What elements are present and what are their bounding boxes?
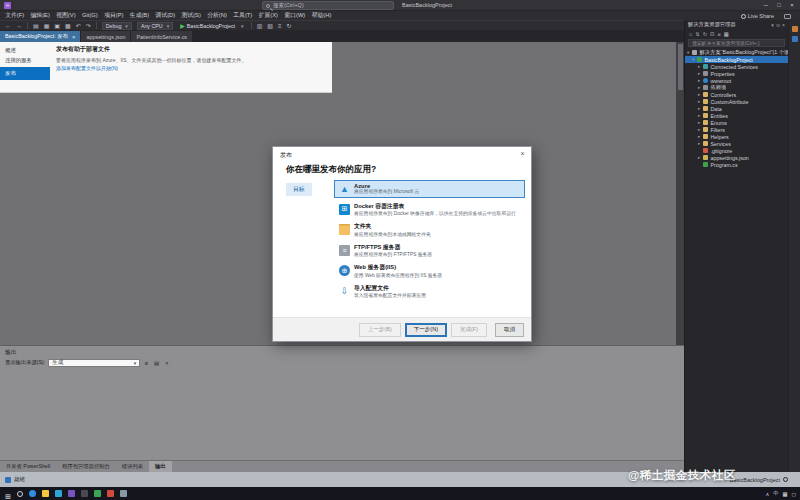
taskbar-app-explorer-icon[interactable] xyxy=(42,490,49,497)
taskbar-app-icon[interactable] xyxy=(120,490,127,497)
publish-target-azure[interactable]: Azure将应用程序发布到 Microsoft 云 xyxy=(334,180,525,198)
extension-icon[interactable] xyxy=(792,36,798,42)
new-file-icon[interactable] xyxy=(31,21,41,31)
tab-error-list[interactable]: 错误列表 xyxy=(116,461,149,472)
tree-item-connected-services[interactable]: Connected Services xyxy=(685,63,788,70)
menu-item-debug[interactable]: 调试(D) xyxy=(152,11,178,20)
taskbar-app-icon[interactable] xyxy=(55,490,62,497)
menu-item-test[interactable]: 测试(S) xyxy=(178,11,204,20)
menu-item-tools[interactable]: 工具(T) xyxy=(230,11,255,20)
save-icon[interactable] xyxy=(52,21,62,31)
back-button[interactable]: 上一步(B) xyxy=(359,323,401,337)
output-source-dropdown[interactable]: 生成 xyxy=(48,359,140,367)
nav-overview[interactable]: 概述 xyxy=(0,45,50,55)
publish-target-folder[interactable]: 文件夹将应用程序发布到本地或网络文件夹 xyxy=(334,220,525,239)
next-button[interactable]: 下一步(N) xyxy=(405,323,447,337)
tree-item-filters[interactable]: Filters xyxy=(685,126,788,133)
save-all-icon[interactable] xyxy=(63,21,73,31)
tree-item-solution[interactable]: 解决方案“BasicBacklogProject”(1 个项目) xyxy=(685,49,788,56)
menu-item-file[interactable]: 文件(F) xyxy=(2,11,27,20)
menu-item-build[interactable]: 生成(B) xyxy=(127,11,153,20)
nav-publish[interactable]: 发布 xyxy=(0,67,50,80)
menu-item-edit[interactable]: 编辑(E) xyxy=(27,11,53,20)
tab-publish[interactable]: BasicBacklogProject: 发布 xyxy=(0,31,80,42)
menu-item-window[interactable]: 窗口(W) xyxy=(281,11,308,20)
tree-item-helpers[interactable]: Helpers xyxy=(685,133,788,140)
tab-appsettings[interactable]: appsettings.json xyxy=(81,31,130,42)
quick-search-box[interactable]: 搜索(Ctrl+Q) xyxy=(262,1,394,10)
tab-developer-powershell[interactable]: 开发者 PowerShell xyxy=(0,461,56,472)
tray-volume-icon[interactable]: ◻ xyxy=(792,491,796,497)
tree-item-customattribute[interactable]: CustomAttribute xyxy=(685,98,788,105)
nav-connected-services[interactable]: 连接的服务 xyxy=(0,55,50,65)
tray-ime-icon[interactable]: 中 xyxy=(773,490,778,497)
finish-button[interactable]: 完成(F) xyxy=(451,323,487,337)
tree-item-appsettings[interactable]: appsettings.json xyxy=(685,154,788,161)
cancel-button[interactable]: 取消 xyxy=(495,323,524,337)
redo-icon[interactable] xyxy=(84,21,93,31)
dialog-close-icon[interactable] xyxy=(517,149,528,159)
tray-expand-icon[interactable]: ∧ xyxy=(765,491,769,497)
close-output-icon[interactable] xyxy=(164,360,170,366)
toolbar-icon[interactable] xyxy=(255,21,265,31)
tree-item-project[interactable]: BasicBacklogProject xyxy=(685,56,788,63)
minimize-button[interactable] xyxy=(760,0,772,11)
taskbar-app-edge-icon[interactable] xyxy=(29,490,36,497)
close-window-button[interactable] xyxy=(786,0,798,11)
close-tab-icon[interactable] xyxy=(68,34,76,40)
editor-scrollbar[interactable] xyxy=(676,42,684,345)
toolbar-icon[interactable] xyxy=(284,21,293,31)
tree-item-properties[interactable]: Properties xyxy=(685,70,788,77)
navigate-forward-icon[interactable] xyxy=(14,21,24,31)
properties-icon[interactable] xyxy=(724,31,729,37)
tree-item-gitignore[interactable]: .gitignore xyxy=(685,147,788,154)
notifications-bell-icon[interactable] xyxy=(783,477,788,482)
dialog-sidebar-target[interactable]: 目标 xyxy=(286,183,312,196)
taskbar-app-visual-studio-icon[interactable] xyxy=(68,490,75,497)
chevron-down-icon[interactable] xyxy=(771,22,774,28)
taskbar-app-icon[interactable] xyxy=(81,490,88,497)
menu-item-view[interactable]: 视图(V) xyxy=(53,11,79,20)
toolbar-icon[interactable] xyxy=(276,21,284,31)
menu-item-extensions[interactable]: 扩展(X) xyxy=(255,11,281,20)
tray-network-icon[interactable]: ▤ xyxy=(783,491,788,497)
publish-target-ftp[interactable]: FTP/FTPS 服务器将应用程序发布到 FTP/FTPS 服务器 xyxy=(334,241,525,260)
menu-item-help[interactable]: 帮助(H) xyxy=(309,11,335,20)
switch-views-icon[interactable] xyxy=(695,31,699,37)
collapse-all-icon[interactable] xyxy=(710,31,714,37)
menu-item-git[interactable]: Git(G) xyxy=(79,11,101,20)
scrollbar-thumb[interactable] xyxy=(678,44,683,90)
clear-output-icon[interactable] xyxy=(153,360,161,366)
add-publish-profile-link[interactable]: 添加发布配置文件以开始(N) xyxy=(56,65,326,71)
publish-target-docker[interactable]: Docker 容器注册表将应用程序发布到 Docker 映像存储库，以供在支持的… xyxy=(334,200,525,219)
tree-item-controllers[interactable]: Controllers xyxy=(685,91,788,98)
taskbar-search-icon[interactable] xyxy=(17,491,23,497)
tab-package-manager-console[interactable]: 程序包管理器控制台 xyxy=(56,461,116,472)
open-file-icon[interactable] xyxy=(42,21,52,31)
tree-item-wwwroot[interactable]: wwwroot xyxy=(685,77,788,84)
undo-icon[interactable] xyxy=(74,21,83,31)
start-button[interactable] xyxy=(5,485,11,500)
tab-output[interactable]: 输出 xyxy=(149,461,172,472)
live-share-button[interactable]: Live Share xyxy=(741,13,774,19)
menu-item-project[interactable]: 项目(P) xyxy=(101,11,127,20)
pin-icon[interactable] xyxy=(776,22,780,28)
word-wrap-icon[interactable] xyxy=(143,360,149,366)
home-icon[interactable] xyxy=(689,31,692,37)
solution-search-input[interactable]: 搜索解决方案资源管理器(Ctrl+;) xyxy=(688,39,785,47)
feedback-icon[interactable] xyxy=(784,14,791,19)
taskbar-app-icon[interactable] xyxy=(94,490,101,497)
refresh-icon[interactable] xyxy=(703,31,707,37)
tree-item-dependencies[interactable]: 依赖项 xyxy=(685,84,788,91)
notification-icon[interactable] xyxy=(792,26,798,32)
tree-item-enums[interactable]: Enums xyxy=(685,119,788,126)
menu-item-analyze[interactable]: 分析(N) xyxy=(204,11,230,20)
show-all-files-icon[interactable] xyxy=(718,31,721,37)
close-panel-icon[interactable] xyxy=(782,22,785,28)
publish-target-import[interactable]: 导入配置文件导入现有发布配置文件并部署应用 xyxy=(334,282,525,301)
tree-item-entities[interactable]: Entities xyxy=(685,112,788,119)
publish-target-iis[interactable]: Web 服务器(IIS)使用 Web 部署发布应用程序到 IIS 服务器 xyxy=(334,261,525,280)
toolbar-icon[interactable] xyxy=(265,21,275,31)
start-debug-button[interactable]: BasicBacklogProject xyxy=(176,22,247,29)
tab-patientinfoservice[interactable]: PatientInfoService.cs xyxy=(131,31,192,42)
